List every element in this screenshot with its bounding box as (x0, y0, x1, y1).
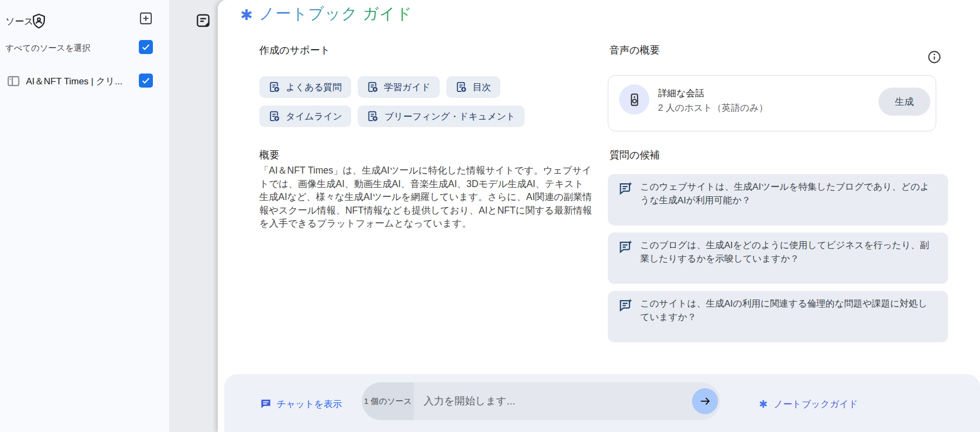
chat-panel-strip (169, 0, 218, 432)
shield-person-icon (31, 13, 47, 29)
sources-title: ソース (5, 15, 33, 28)
select-all-sources-label: すべてのソースを選択 (5, 43, 91, 54)
audio-overview-heading: 音声の概要 (609, 43, 660, 57)
chip-timeline[interactable]: タイムライン (259, 105, 351, 127)
questions-heading: 質問の候補 (609, 148, 660, 162)
chip-briefing-document[interactable]: ブリーフィング・ドキュメント (358, 105, 525, 127)
sources-sidebar: ソース すべてのソースを選択 AI＆NFT Times | クリ... (0, 0, 169, 432)
suggested-question-card[interactable]: このウェブサイトは、生成AIツールを特集したブログであり、どのような生成AIが利… (608, 174, 948, 225)
notebook-guide-button[interactable]: ✱ ノートブックガイド (759, 396, 858, 412)
notebook-guide-label: ノートブックガイド (774, 398, 858, 410)
send-button[interactable] (692, 388, 718, 414)
chip-label: ブリーフィング・ドキュメント (384, 110, 515, 123)
audio-card-title: 詳細な会話 (658, 87, 704, 99)
chat-input-pill: 1 個のソース (362, 382, 720, 420)
guide-panel-title: ノートブック ガイド (259, 3, 413, 25)
website-source-icon (6, 74, 21, 88)
question-text: このブログは、生成AIをどのように使用してビジネスを行ったり、副業したりするかを… (640, 239, 936, 265)
chip-label: 学習ガイド (384, 81, 431, 94)
source-item-title[interactable]: AI＆NFT Times | クリ... (26, 75, 123, 88)
show-chat-label: チャットを表示 (277, 398, 342, 410)
summary-text: 「AI＆NFT Times」は、生成AIツールに特化した情報サイトです。ウェブサ… (259, 164, 592, 230)
gemini-sparkle-icon: ✱ (240, 6, 253, 24)
question-text: このサイトは、生成AIの利用に関連する倫理的な問題や課題に対処していますか？ (640, 297, 936, 324)
gemini-sparkle-icon: ✱ (759, 398, 768, 410)
generate-button[interactable]: 生成 (878, 88, 930, 116)
chip-study-guide[interactable]: 学習ガイド (358, 76, 440, 98)
source-checkbox[interactable] (139, 74, 153, 88)
chip-label: 目次 (473, 81, 491, 94)
note-icon (196, 13, 211, 28)
notebooklm-app: ソース すべてのソースを選択 AI＆NFT Times | クリ... ✱ ノー… (0, 0, 980, 432)
audio-card-subtitle: 2 人のホスト（英語のみ） (658, 102, 768, 114)
show-chat-button[interactable]: チャットを表示 (260, 396, 342, 412)
chip-label: よくある質問 (286, 81, 342, 94)
audio-overview-card: 詳細な会話 2 人のホスト（英語のみ） 生成 (608, 75, 936, 131)
chip-table-of-contents[interactable]: 目次 (446, 76, 500, 98)
speaker-icon (627, 92, 642, 107)
summary-heading: 概要 (259, 148, 279, 162)
speaker-avatar (619, 84, 649, 115)
chat-sparkle-icon (618, 181, 633, 196)
chat-icon (260, 398, 272, 410)
arrow-right-icon (699, 395, 711, 408)
source-count-badge: 1 個のソース (362, 382, 414, 420)
chat-sparkle-icon (618, 240, 633, 254)
support-heading: 作成のサポート (259, 43, 330, 57)
chip-faq[interactable]: よくある質問 (259, 76, 351, 98)
chat-input-bar: チャットを表示 1 個のソース ✱ ノートブックガイド (224, 374, 980, 432)
suggested-question-card[interactable]: このブログは、生成AIをどのように使用してビジネスを行ったり、副業したりするかを… (608, 232, 948, 284)
chat-sparkle-icon (618, 298, 633, 313)
info-icon[interactable] (927, 50, 942, 64)
notebook-guide-panel: ✱ ノートブック ガイド 作成のサポート よくある質問 学習ガイド 目次 タイム… (218, 0, 980, 432)
suggested-question-card[interactable]: このサイトは、生成AIの利用に関連する倫理的な問題や課題に対処していますか？ (608, 291, 948, 342)
chip-label: タイムライン (286, 110, 342, 123)
add-source-button[interactable] (138, 11, 153, 26)
question-text: このウェブサイトは、生成AIツールを特集したブログであり、どのような生成AIが利… (640, 181, 936, 207)
select-all-checkbox[interactable] (139, 40, 153, 54)
support-chips: よくある質問 学習ガイド 目次 タイムライン ブリーフィング・ドキュメント (259, 76, 573, 127)
chat-input[interactable] (414, 382, 692, 420)
